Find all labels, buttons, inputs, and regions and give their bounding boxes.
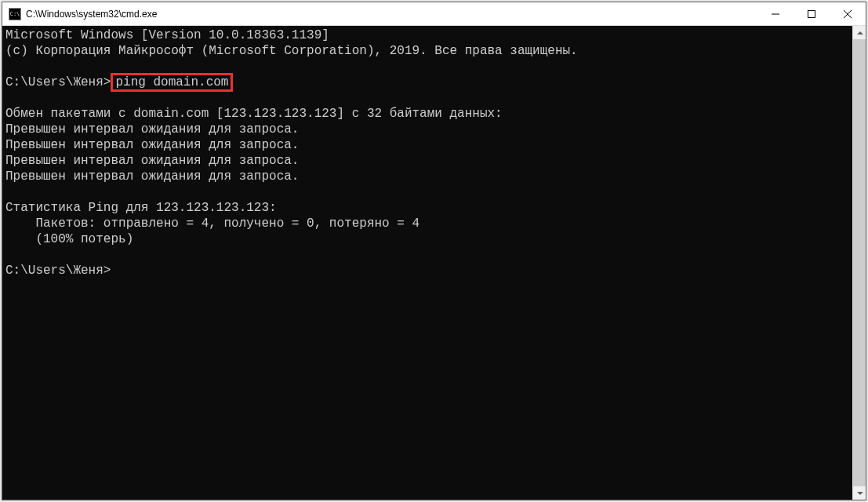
svg-marker-4 (857, 31, 863, 35)
ping-timeout: Превышен интервал ожидания для запроса. (5, 169, 299, 184)
ping-timeout: Превышен интервал ожидания для запроса. (5, 122, 299, 136)
scroll-down-arrow-icon[interactable] (853, 486, 866, 500)
stats-loss: (100% потерь) (5, 232, 133, 246)
version-line: Microsoft Windows [Version 10.0.18363.11… (5, 28, 329, 42)
ping-timeout: Превышен интервал ожидания для запроса. (5, 138, 299, 152)
stats-header: Статистика Ping для 123.123.123.123: (5, 201, 277, 215)
maximize-button[interactable] (794, 2, 830, 26)
ping-header: Обмен пакетами с domain.com [123.123.123… (5, 107, 503, 121)
copyright-line: (c) Корпорация Майкрософт (Microsoft Cor… (5, 44, 578, 58)
terminal[interactable]: Microsoft Windows [Version 10.0.18363.11… (2, 26, 852, 500)
app-icon: C:\ (9, 8, 21, 20)
svg-rect-1 (808, 10, 815, 17)
terminal-area: Microsoft Windows [Version 10.0.18363.11… (2, 26, 866, 500)
scroll-up-arrow-icon[interactable] (853, 26, 866, 39)
cmd-window: C:\ C:\Windows\system32\cmd.exe Microsof… (2, 2, 866, 500)
highlighted-command: ping domain.com (111, 73, 233, 92)
window-controls (757, 2, 866, 26)
prompt-prefix: C:\Users\Женя> (5, 75, 111, 89)
titlebar[interactable]: C:\ C:\Windows\system32\cmd.exe (2, 2, 866, 26)
app-icon-label: C:\ (10, 11, 20, 17)
stats-packets: Пакетов: отправлено = 4, получено = 0, п… (5, 216, 419, 231)
scroll-thumb[interactable] (853, 39, 866, 486)
close-button[interactable] (830, 2, 866, 26)
window-title: C:\Windows\system32\cmd.exe (26, 9, 757, 20)
vertical-scrollbar[interactable] (852, 26, 866, 500)
svg-marker-5 (857, 492, 863, 495)
ping-timeout: Превышен интервал ожидания для запроса. (5, 154, 299, 168)
prompt: C:\Users\Женя> (5, 264, 111, 278)
minimize-button[interactable] (757, 2, 794, 26)
